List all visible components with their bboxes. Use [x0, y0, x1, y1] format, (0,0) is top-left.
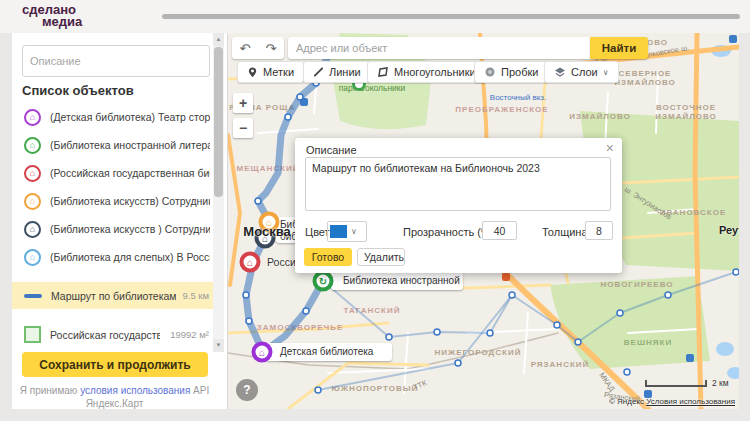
layers-icon: [554, 66, 566, 78]
layers-tool-label: Слои: [571, 66, 598, 78]
zoom-in-button[interactable]: +: [233, 93, 253, 113]
traffic-tool-button[interactable]: Пробки: [474, 61, 548, 83]
right-gutter: [739, 33, 750, 409]
undo-icon[interactable]: ↶: [240, 41, 251, 56]
logo-line2: медиа: [42, 16, 82, 28]
dialog-title: Описание: [306, 144, 357, 156]
scroll-down-icon[interactable]: ▼: [213, 339, 224, 352]
placemark-list-item[interactable]: ⌂(Библиотека для слепых) В Российской...: [12, 243, 217, 271]
zoom-out-button[interactable]: −: [233, 118, 253, 138]
route-vertex[interactable]: [733, 269, 739, 275]
map-placemark[interactable]: ↻: [313, 271, 334, 292]
route-polyline-branch[interactable]: [263, 281, 323, 352]
line-icon: [313, 66, 324, 78]
save-continue-button[interactable]: Сохранить и продолжить: [22, 352, 208, 377]
route-distance: 9.5 км: [182, 290, 209, 301]
sidebar-scrollbar[interactable]: ▲ ▼: [213, 33, 224, 352]
route-line-icon: [24, 294, 42, 298]
header: сделано медиа: [0, 0, 750, 33]
placemark-house-icon: ⌂: [24, 137, 41, 154]
placemark-list-item[interactable]: ⌂(Библиотека искусств ) Сотрудники библ.…: [12, 215, 217, 243]
map-scale: 2 км: [645, 378, 729, 388]
route-vertex[interactable]: [246, 318, 252, 324]
placemark-list-item[interactable]: ⌂(Библиотека искусств) Сотрудники библ..…: [12, 187, 217, 215]
route-vertex[interactable]: [617, 310, 623, 316]
polygon-icon: [24, 326, 41, 343]
sidebar: Список объектов ⌂(Детская библиотека) Те…: [12, 33, 228, 409]
placemarks-tool-button[interactable]: Метки: [237, 61, 304, 83]
polygon-list-item[interactable]: Российская государственна... 19992 м²: [12, 321, 217, 348]
placemark-list-item[interactable]: ⌂(Библиотека иностранной литературы и...: [12, 131, 217, 159]
terms-text: Я принимаю условия использования API Янд…: [12, 384, 217, 410]
map-placemark[interactable]: ⌂: [259, 212, 280, 233]
left-gutter: [0, 33, 12, 409]
terms-suffix: API: [190, 385, 209, 396]
route-vertex[interactable]: [315, 387, 321, 393]
terms-link[interactable]: условия использования: [80, 385, 190, 396]
done-button[interactable]: Готово: [304, 248, 352, 266]
objects-list: ⌂(Детская библиотека) Театр сторителли..…: [12, 103, 217, 271]
search-input[interactable]: [288, 37, 590, 59]
scale-ruler: [645, 380, 707, 387]
close-icon[interactable]: ×: [606, 140, 614, 156]
search-button[interactable]: Найти: [590, 37, 648, 59]
poi-label-plaque[interactable]: Библиотека иностранной пи: [331, 272, 463, 290]
placemark-label: (Библиотека искусств) Сотрудники библ...: [50, 195, 210, 207]
route-vertex[interactable]: [297, 94, 303, 100]
placemark-house-icon: ⌂: [24, 165, 41, 182]
placemark-list-item[interactable]: ⌂(Детская библиотека) Театр сторителли..…: [12, 103, 217, 131]
map-placemark[interactable]: ⌂: [240, 252, 261, 273]
map-description-input[interactable]: [22, 45, 210, 77]
color-select[interactable]: ∨: [327, 221, 367, 242]
traffic-tool-label: Пробки: [501, 66, 538, 78]
redo-icon[interactable]: ↷: [266, 41, 277, 56]
bottom-gutter: [0, 409, 750, 421]
placemark-list-item[interactable]: ⌂(Российская государственная библиотек..…: [12, 159, 217, 187]
opacity-input[interactable]: [482, 221, 517, 240]
route-vertex[interactable]: [575, 339, 581, 345]
placemark-house-icon: ⌂: [24, 193, 41, 210]
placemark-house-icon: ⌂: [24, 221, 41, 238]
route-vertex[interactable]: [386, 334, 392, 340]
terms-prefix: Я принимаю: [20, 385, 80, 396]
traffic-icon: [484, 66, 496, 78]
delete-button[interactable]: Удалить: [357, 248, 405, 266]
polygons-tool-label: Многоугольники: [394, 66, 476, 78]
route-vertex[interactable]: [455, 360, 461, 366]
route-vertex[interactable]: [487, 330, 493, 336]
header-divider: [162, 14, 740, 19]
chevron-down-icon: ∨: [603, 68, 609, 77]
map-placemark[interactable]: ⌂: [252, 342, 273, 363]
route-vertex[interactable]: [665, 292, 671, 298]
route-vertex[interactable]: [509, 292, 515, 298]
route-vertex[interactable]: [303, 308, 309, 314]
terms-line2: Яндекс.Карт: [86, 398, 144, 409]
route-vertex[interactable]: [285, 114, 291, 120]
polygon-icon: [377, 66, 389, 78]
placemark-label: (Библиотека иностранной литературы и...: [50, 139, 210, 151]
polygons-tool-button[interactable]: Многоугольники: [367, 61, 486, 83]
scrollbar-thumb[interactable]: [214, 47, 223, 197]
route-vertex[interactable]: [255, 198, 261, 204]
polygon-area: 19992 м²: [170, 329, 209, 340]
lines-tool-button[interactable]: Линии: [303, 61, 371, 83]
placemark-label: (Библиотека для слепых) В Российской...: [50, 251, 210, 263]
route-vertex[interactable]: [624, 369, 630, 375]
route-vertex[interactable]: [243, 292, 249, 298]
layers-tool-button[interactable]: Слои ∨: [544, 61, 619, 83]
poi-label-plaque[interactable]: Детская библиотека: [266, 343, 392, 361]
map-canvas[interactable]: МАРЬИНА РОЩАГОЛЬЯНОВОСЕВЕРНОЕ ИЗМАЙЛОВОИ…: [228, 33, 739, 409]
copyright-text: © Яндекс: [609, 397, 646, 406]
description-textarea[interactable]: Маршрут по библиотекам на Библионочь 202…: [305, 157, 611, 211]
pin-icon: [247, 66, 258, 78]
route-vertex[interactable]: [434, 329, 440, 335]
copyright-terms-link[interactable]: Условия использования: [646, 397, 735, 406]
app-window: сделано медиа Список объектов ⌂(Детская …: [0, 0, 750, 421]
route-vertex[interactable]: [554, 322, 560, 328]
help-button[interactable]: ?: [236, 379, 258, 401]
logo: сделано медиа: [22, 4, 82, 28]
objects-heading: Список объектов: [22, 83, 134, 98]
scroll-up-icon[interactable]: ▲: [213, 33, 224, 46]
route-list-item[interactable]: Маршрут по библиотекам на Би... 9.5 км: [12, 282, 217, 309]
thickness-input[interactable]: [585, 221, 613, 240]
